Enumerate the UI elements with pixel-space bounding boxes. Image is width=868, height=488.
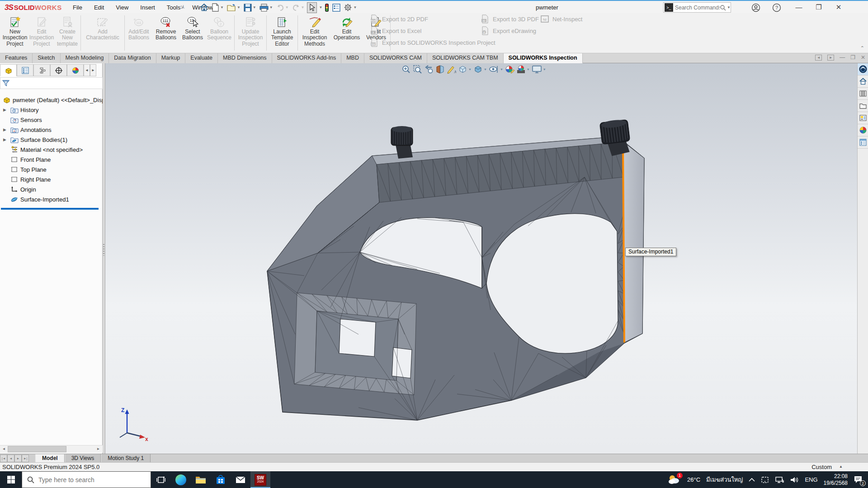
pane-collapse-left-icon[interactable]: ◄ bbox=[815, 55, 822, 61]
view-orientation-icon[interactable]: ▼ bbox=[458, 65, 472, 74]
3dexperience-tab[interactable] bbox=[858, 63, 868, 75]
language-indicator[interactable]: ENG bbox=[805, 476, 817, 483]
hide-show-items-icon[interactable]: ▼ bbox=[489, 65, 503, 74]
select-balloons-button[interactable]: 11 Select Balloons bbox=[180, 14, 205, 52]
ribbon-collapse-chevron[interactable]: ⌃ bbox=[860, 45, 864, 51]
export-solidworks-inspection-project-button[interactable]: SW Export to SOLIDWORKS Inspection Proje… bbox=[370, 37, 495, 48]
displaymanager-tab[interactable] bbox=[67, 64, 84, 76]
task-view-button[interactable] bbox=[151, 471, 171, 488]
doc-restore-button[interactable]: ❐ bbox=[850, 54, 855, 61]
panel-tabs-scroll-left[interactable]: ◄ bbox=[84, 64, 90, 76]
add-edit-balloons-button[interactable]: 111 Add/Edit Balloons bbox=[126, 14, 152, 52]
zoom-to-area-icon[interactable] bbox=[413, 65, 422, 74]
display-style-icon[interactable]: ▼ bbox=[473, 65, 487, 74]
menu-view[interactable]: View bbox=[110, 1, 134, 14]
solidworks-app-button[interactable]: SW 2024 bbox=[250, 471, 270, 488]
tree-item-right-plane[interactable]: Right Plane bbox=[0, 174, 103, 184]
mail-button[interactable] bbox=[231, 471, 250, 488]
edge-button[interactable] bbox=[171, 471, 191, 488]
tab-scroll-prev-icon[interactable]: ◄ bbox=[7, 455, 14, 462]
window-minimize-button[interactable]: — bbox=[794, 3, 804, 11]
balloon-sequence-button[interactable]: 12 Balloon Sequence bbox=[205, 14, 233, 52]
weather-temperature[interactable]: 26°C bbox=[687, 476, 700, 483]
tab-motion-study-1[interactable]: Motion Study 1 bbox=[101, 454, 151, 462]
file-explorer-tab[interactable] bbox=[858, 100, 868, 112]
store-button[interactable] bbox=[211, 471, 231, 488]
new-inspection-project-button[interactable]: New Inspection Project bbox=[2, 14, 28, 52]
pane-expand-right-icon[interactable]: ► bbox=[827, 55, 834, 61]
expand-arrow-icon[interactable]: ▶ bbox=[3, 137, 8, 142]
doc-minimize-button[interactable]: — bbox=[840, 54, 845, 61]
window-close-button[interactable]: ✕ bbox=[834, 3, 844, 11]
tab-mbd-dimensions[interactable]: MBD Dimensions bbox=[218, 53, 272, 63]
tab-solidworks-cam-tbm[interactable]: SOLIDWORKS CAM TBM bbox=[427, 53, 504, 63]
tree-item-origin[interactable]: Origin bbox=[0, 184, 103, 194]
graphics-viewport[interactable]: A ▼ ▼ ▼ ▼ ▼ Surface-Imported1 Z x bbox=[105, 63, 857, 454]
tree-item-history[interactable]: ▶ History bbox=[0, 105, 103, 115]
panel-tabs-scroll-right[interactable]: ► bbox=[90, 64, 96, 76]
create-new-template-button[interactable]: Create New template bbox=[55, 14, 80, 52]
remove-balloons-button[interactable]: 111 Remove Balloons bbox=[152, 14, 180, 52]
unit-system-caret[interactable]: ▲ bbox=[839, 465, 843, 469]
tab-mbd[interactable]: MBD bbox=[341, 53, 364, 63]
home-tab[interactable] bbox=[858, 75, 868, 88]
unit-system-selector[interactable]: Custom bbox=[811, 464, 832, 470]
expand-arrow-icon[interactable]: ▶ bbox=[3, 127, 8, 132]
design-library-tab[interactable] bbox=[858, 88, 868, 100]
options-button[interactable]: ▼ bbox=[343, 2, 358, 13]
taskbar-search-input[interactable] bbox=[38, 476, 129, 483]
edit-operations-button[interactable]: Edit Operations bbox=[330, 14, 363, 52]
export-2d-pdf-button[interactable]: PDF Export to 2D PDF bbox=[370, 13, 495, 25]
knurled-knob-left[interactable] bbox=[391, 126, 413, 159]
tab-evaluate[interactable]: Evaluate bbox=[185, 53, 218, 63]
apply-scene-icon[interactable]: ▼ bbox=[516, 65, 530, 74]
tab-model[interactable]: Model bbox=[35, 454, 65, 462]
filter-funnel-icon[interactable] bbox=[2, 80, 9, 87]
tree-item-top-plane[interactable]: Top Plane bbox=[0, 164, 103, 174]
tab-features[interactable]: Features bbox=[0, 53, 33, 63]
tab-solidworks-cam[interactable]: SOLIDWORKS CAM bbox=[364, 53, 427, 63]
search-icon[interactable] bbox=[720, 5, 726, 11]
view-settings-icon[interactable]: ▼ bbox=[532, 65, 546, 74]
undo-button[interactable]: ▼ bbox=[275, 2, 290, 13]
featuremanager-tree-tab[interactable] bbox=[0, 64, 17, 76]
tab-scroll-first-icon[interactable]: |◄ bbox=[0, 455, 7, 462]
tablet-mode-icon[interactable] bbox=[761, 476, 769, 483]
export-excel-button[interactable]: X Export to Excel bbox=[370, 25, 495, 37]
rebuild-button[interactable] bbox=[324, 2, 330, 13]
menu-edit[interactable]: Edit bbox=[88, 1, 110, 14]
tree-horizontal-scrollbar[interactable]: ◄ ► bbox=[0, 445, 103, 453]
tab-scroll-last-icon[interactable]: ►| bbox=[22, 455, 29, 462]
clock[interactable]: 22:08 19/6/2568 bbox=[824, 473, 848, 487]
edit-appearance-icon[interactable] bbox=[505, 65, 514, 74]
tree-root-item[interactable]: pwmeter (Default) <<Default>_Display bbox=[0, 95, 103, 105]
taskbar-search-box[interactable] bbox=[22, 471, 151, 488]
tree-item-surface-imported1[interactable]: Surface-Imported1 bbox=[0, 194, 103, 204]
tree-item-surface-bodies[interactable]: ▶ Surface Bodies(1) bbox=[0, 135, 103, 145]
show-hidden-icons-chevron[interactable] bbox=[749, 478, 755, 482]
menu-insert[interactable]: Insert bbox=[134, 1, 161, 14]
tree-item-front-plane[interactable]: Front Plane bbox=[0, 155, 103, 164]
3d-model-pwmeter[interactable] bbox=[105, 63, 857, 454]
search-commands-input[interactable] bbox=[675, 5, 720, 11]
doc-close-button[interactable]: ✕ bbox=[861, 54, 865, 61]
window-restore-button[interactable]: ❐ bbox=[814, 3, 824, 11]
redo-button[interactable]: ▼ bbox=[291, 2, 306, 13]
new-document-button[interactable]: ▼ bbox=[211, 2, 225, 13]
tab-3d-views[interactable]: 3D Views bbox=[65, 454, 101, 462]
appearances-scenes-tab[interactable] bbox=[858, 124, 868, 136]
action-center-button[interactable]: 2 bbox=[854, 475, 863, 484]
edit-inspection-methods-button[interactable]: Edit Inspection Methods bbox=[299, 14, 330, 52]
annotation-visibility-icon[interactable]: A bbox=[447, 65, 456, 74]
tab-scroll-next-icon[interactable]: ► bbox=[14, 455, 22, 462]
zoom-to-fit-icon[interactable] bbox=[401, 65, 411, 74]
configurationmanager-tab[interactable] bbox=[33, 64, 50, 76]
scroll-right-arrow-icon[interactable]: ► bbox=[94, 446, 102, 453]
edit-inspection-project-button[interactable]: Edit Inspection Project bbox=[28, 14, 55, 52]
search-scope-caret[interactable]: ▼ bbox=[727, 5, 731, 9]
scrollbar-thumb[interactable] bbox=[8, 446, 66, 452]
tab-solidworks-inspection[interactable]: SOLIDWORKS Inspection bbox=[504, 53, 583, 63]
tree-item-sensors[interactable]: Sensors bbox=[0, 115, 103, 125]
search-commands-box[interactable]: >_ ▼ bbox=[663, 2, 731, 13]
tree-item-material[interactable]: Material <not specified> bbox=[0, 145, 103, 155]
